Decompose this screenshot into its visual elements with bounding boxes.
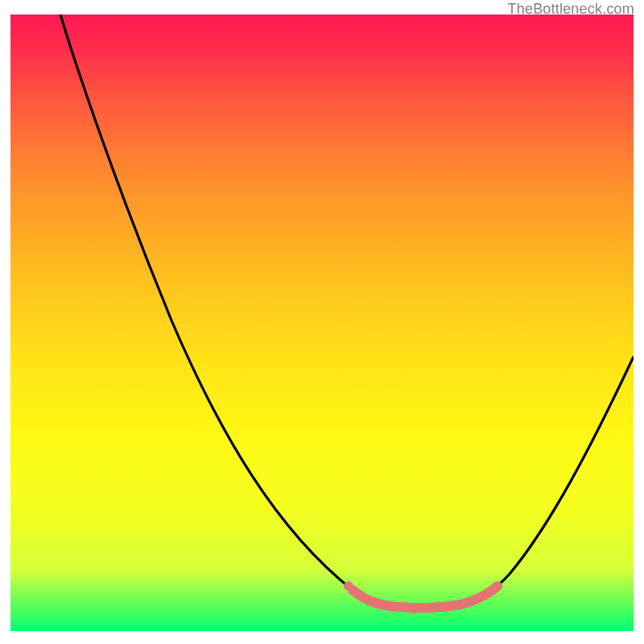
curve-path (60, 14, 634, 608)
bottleneck-curve (10, 14, 634, 631)
watermark-text: TheBottleneck.com (508, 1, 634, 18)
plot-gradient-area (10, 14, 634, 631)
highlight-start-dot (344, 581, 353, 591)
highlight-band (353, 586, 497, 608)
chart-container: TheBottleneck.com (0, 0, 644, 644)
